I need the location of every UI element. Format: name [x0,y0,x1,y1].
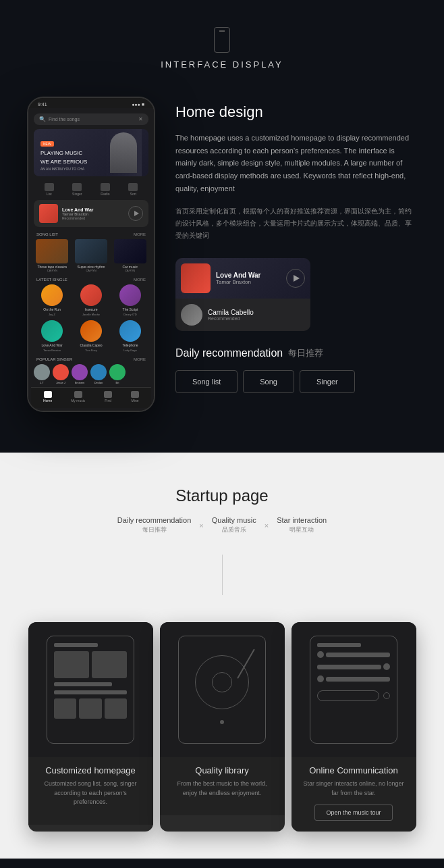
single2-name-3: Telephone [122,343,138,347]
list-item[interactable]: J.T [34,364,50,384]
pill-star-cn: 明星互动 [289,526,314,534]
chat-bubble [326,677,390,682]
now-playing-title: Love And War [62,207,124,212]
chat-bubble [317,665,381,669]
list-item[interactable]: Eminem [72,364,88,384]
play-triangle-icon [134,211,139,216]
phone-nav-icons: List Singer Radio Sort [31,180,151,200]
single2-name-2: Claudia Capeo [80,343,102,347]
phone-search-bar[interactable]: 🔍 Find the songs ✕ [34,113,148,125]
song-list: Those tape classics CA·RYN Super-nice rh… [31,239,151,276]
chat-bubble [326,653,390,657]
song-thumb-2 [75,239,107,263]
nav-mymusic[interactable]: My music [71,391,85,403]
phone-bottom-nav: Home My music Find Mine [31,387,151,408]
nav-list[interactable]: List [45,183,54,196]
card-play-button[interactable] [286,269,305,288]
startup-section: Startup page Daily recommendation 每日推荐 ×… [0,453,444,859]
list-item[interactable]: Declan [90,364,107,384]
list-item[interactable]: On the Run Jay-Z [34,284,70,316]
side-circle [383,692,390,699]
popular-label: POPULAR SINGER [36,357,72,361]
list-item[interactable]: Telephone Lady Gaga [112,320,148,352]
wf-box [92,651,127,678]
chat-avatar [383,663,390,670]
hero-badge: NEW [40,141,54,147]
list-item[interactable]: Jesse J [53,364,69,384]
pill-daily-cn: 每日推荐 [142,526,167,534]
latest-single-header: LATEST SINGLE MORE [31,276,151,283]
startup-header: Startup page Daily recommendation 每日推荐 ×… [13,486,431,595]
nav-sort[interactable]: Sort [128,183,138,196]
wf-bar [54,643,98,647]
popular-more[interactable]: MORE [134,357,146,361]
phone-mockup: 9:41 ●●● ■ 🔍 Find the songs ✕ NEW PLAYIN… [27,97,155,412]
list-item[interactable]: Car music CA·RYN [111,239,148,272]
home-design-title: Home design [175,103,417,121]
nav-mine[interactable]: Mine [131,391,139,403]
card-top: Love And War Tamar Braxton [175,258,310,299]
wf-bar [317,643,361,647]
sort-icon [128,183,138,191]
wf-row [54,698,127,719]
single2-sub-2: Tom Enzy [85,349,97,352]
nav-find[interactable]: Find [104,391,112,403]
song-button[interactable]: Song [243,370,294,393]
pill-daily-en: Daily recommendation [117,516,191,524]
wf-bar [54,682,112,686]
nav-radio[interactable]: Radio [101,183,110,196]
singer-icon [72,183,82,191]
more-button[interactable]: MORE [134,232,146,236]
card-desc-quality: From the best music to the world, enjoy … [169,780,275,798]
wf-box-sm [105,698,127,719]
card-artist-avatar [181,304,202,326]
card-song-artist: Tamar Braxton [216,279,281,285]
list-item[interactable]: Those tape classics CA·RYN [34,239,71,272]
list-item[interactable]: The Script Danny O'D [112,284,148,316]
phone-card-communication: Online Communication Star singer interac… [292,622,416,832]
daily-rec-buttons: Song list Song Singer [175,370,417,393]
song-card-preview: Love And War Tamar Braxton Camila Cabell… [175,258,310,331]
open-music-tour-button[interactable]: Open the music tour [314,805,392,821]
latest-single-label: LATEST SINGLE [36,278,67,282]
song-list-label: SONG LIST [36,232,58,236]
now-playing-thumb [39,204,58,223]
single-avatar-3 [119,284,141,306]
mymusic-icon [74,391,82,398]
card-title-homepage: Customized homepage [38,765,144,775]
nav-home[interactable]: Home [43,391,52,403]
daily-rec-title-en: Daily recommendation [175,347,283,359]
vinyl-needle [237,649,255,679]
single2-avatar-3 [119,320,141,342]
single-name-2: Insecure [84,307,97,311]
singer-button[interactable]: Singer [300,370,355,393]
find-icon [104,391,112,398]
song-sub-3: CA·RYN [125,269,135,272]
list-item[interactable]: Super-nice rhythm CA·RYN [73,239,110,272]
pill-daily: Daily recommendation 每日推荐 [117,516,191,534]
interface-content: 9:41 ●●● ■ 🔍 Find the songs ✕ NEW PLAYIN… [13,97,431,412]
pill-quality-cn: 品质音乐 [222,526,246,534]
wf-row [54,651,127,678]
card-footer-homepage: Customized homepage Customized song list… [28,757,153,825]
list-item[interactable]: Love And War Tamar Braxton [34,320,70,352]
card-artist-info: Camila Cabello Recommended [208,309,305,321]
more-btn-singles[interactable]: MORE [134,278,146,282]
song-thumb-1 [36,239,68,263]
list-item[interactable]: Bri [109,364,126,384]
nav-singer[interactable]: Singer [72,183,82,196]
song-list-button[interactable]: Song list [175,370,238,393]
hero-person-art [105,129,142,176]
chat-avatar [317,651,324,658]
card-screen-quality [160,622,285,757]
list-item[interactable]: Claudia Capeo Tom Enzy [73,320,109,352]
nav-find-label: Find [105,399,111,403]
list-item[interactable]: Insecure Janelle Monáe [73,284,109,316]
singles-row-2: Love And War Tamar Braxton Claudia Capeo… [31,320,151,356]
pop-avatar-2 [53,364,69,380]
phone-status-bar: 9:41 ●●● ■ [28,98,154,108]
vinyl-disc-inner [212,672,232,692]
pop-name-3: Eminem [75,381,85,384]
now-playing-play-btn[interactable] [128,206,143,221]
play-icon [294,275,300,282]
